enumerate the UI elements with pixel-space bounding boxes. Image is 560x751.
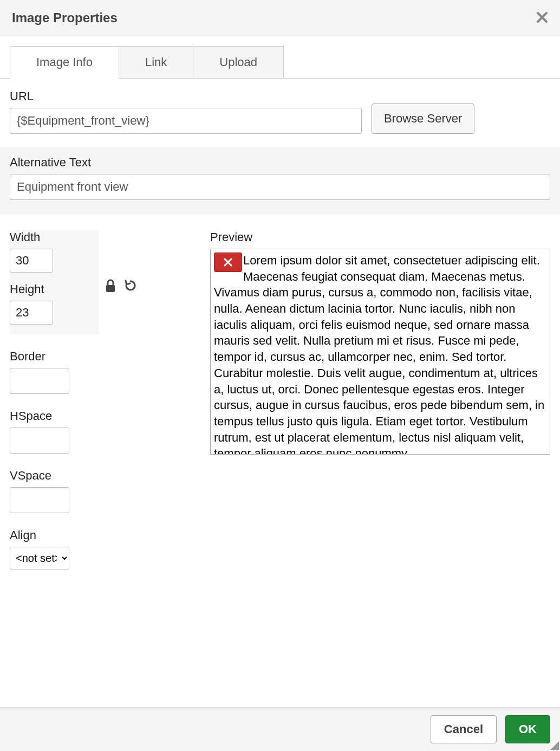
hspace-label: HSpace xyxy=(10,409,199,423)
border-label: Border xyxy=(10,349,199,364)
broken-image-icon xyxy=(214,253,242,272)
width-label: Width xyxy=(10,230,99,244)
preview-column: Preview Lorem ipsum dolor sit amet, cons… xyxy=(210,230,550,569)
dialog-title: Image Properties xyxy=(12,10,118,25)
image-properties-dialog: Image Properties Image Info Link Upload … xyxy=(0,0,560,751)
lock-ratio-icon[interactable] xyxy=(105,279,116,293)
border-input[interactable] xyxy=(10,368,69,394)
close-icon[interactable] xyxy=(536,10,548,26)
tab-upload[interactable]: Upload xyxy=(193,46,284,78)
align-label: Align xyxy=(10,528,199,542)
dialog-footer: Cancel OK xyxy=(0,707,560,751)
ok-button[interactable]: OK xyxy=(505,715,550,743)
url-row: URL Browse Server xyxy=(10,89,550,134)
preview-box: Lorem ipsum dolor sit amet, consectetuer… xyxy=(210,249,550,455)
vspace-label: VSpace xyxy=(10,469,199,483)
alt-text-input[interactable] xyxy=(10,174,550,200)
preview-label: Preview xyxy=(210,230,550,244)
tab-image-info[interactable]: Image Info xyxy=(10,46,119,79)
tab-link[interactable]: Link xyxy=(119,46,193,78)
resize-grip-icon[interactable] xyxy=(550,741,559,750)
url-label: URL xyxy=(10,89,362,103)
hspace-input[interactable] xyxy=(10,428,69,454)
height-input[interactable] xyxy=(10,301,53,325)
tab-bar: Image Info Link Upload xyxy=(0,46,560,79)
reset-size-icon[interactable] xyxy=(124,279,137,293)
vspace-input[interactable] xyxy=(10,487,69,513)
svg-rect-0 xyxy=(106,285,115,292)
alt-text-section: Alternative Text xyxy=(0,147,560,214)
width-height-block: Width Height xyxy=(10,230,99,334)
browse-server-button[interactable]: Browse Server xyxy=(372,103,474,134)
alt-text-label: Alternative Text xyxy=(10,156,550,170)
cancel-button[interactable]: Cancel xyxy=(431,715,497,743)
lower-grid: Width Height xyxy=(10,230,550,569)
dimensions-column: Width Height xyxy=(10,230,199,569)
width-input[interactable] xyxy=(10,249,53,273)
align-select[interactable]: <not set> xyxy=(10,547,69,569)
tab-panel-image-info: URL Browse Server Alternative Text Width… xyxy=(0,79,560,707)
height-label: Height xyxy=(10,282,99,296)
url-input[interactable] xyxy=(10,108,362,134)
dialog-header: Image Properties xyxy=(0,0,560,36)
preview-text: Lorem ipsum dolor sit amet, consectetuer… xyxy=(214,254,544,455)
